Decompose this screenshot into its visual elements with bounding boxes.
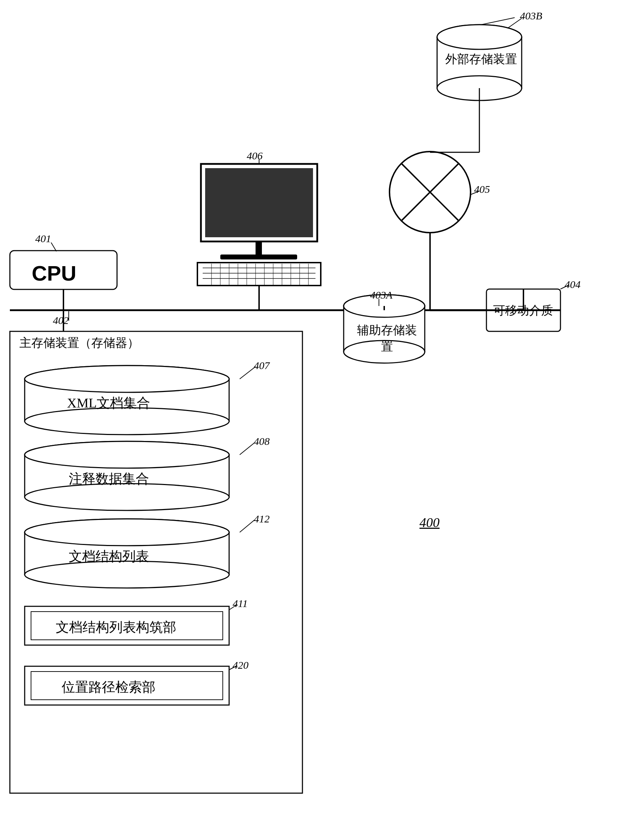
ref-400: 400 (419, 515, 440, 530)
aux-storage-label: 辅助存储装置 (353, 322, 421, 354)
doc-structure-build-label: 文档结构列表构筑部 (56, 618, 176, 636)
ref-402: 402 (53, 315, 69, 327)
svg-rect-11 (220, 255, 297, 259)
svg-point-52 (25, 441, 229, 468)
ref-407: 407 (254, 359, 270, 371)
ext-storage-label: 外部存储装置 (441, 51, 522, 68)
ref-403b: 403B (520, 10, 542, 22)
svg-point-3 (437, 25, 522, 49)
ref-411: 411 (233, 597, 248, 609)
ref-408: 408 (254, 435, 270, 447)
doc-structure-label: 文档结构列表 (69, 548, 149, 565)
svg-rect-10 (256, 241, 262, 256)
svg-point-56 (25, 519, 229, 546)
svg-point-48 (25, 365, 229, 392)
xml-collection-label: XML文档集合 (67, 394, 150, 412)
ref-406: 406 (247, 150, 262, 162)
svg-line-4 (481, 18, 515, 25)
ref-404: 404 (565, 278, 581, 290)
svg-rect-9 (205, 168, 313, 237)
ref-403a: 403A (370, 289, 393, 301)
ref-401: 401 (35, 233, 51, 245)
main-storage-label: 主存储装置（存储器） (19, 335, 139, 351)
diagram-container: CPU 401 403B 406 405 402 403A 404 407 40… (0, 0, 644, 821)
cpu-label: CPU (32, 261, 77, 285)
ref-405: 405 (474, 183, 490, 195)
svg-rect-12 (198, 262, 321, 285)
position-path-label: 位置路径检索部 (62, 678, 155, 696)
ref-412: 412 (254, 513, 270, 525)
annotation-label: 注释数据集合 (69, 470, 149, 488)
ref-420: 420 (233, 659, 248, 671)
removable-label: 可移动介质 (488, 302, 558, 319)
